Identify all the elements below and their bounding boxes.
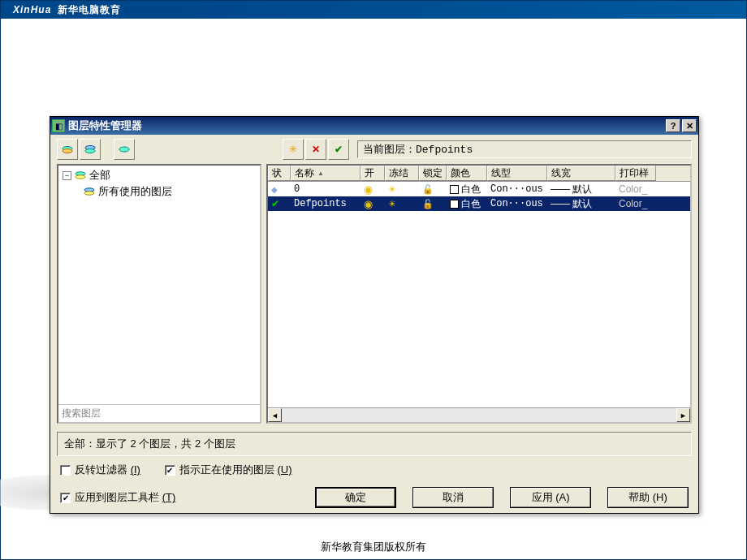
on-toggle[interactable]: ◉: [361, 198, 385, 210]
x-red-icon: ✕: [312, 144, 320, 155]
layers-all-icon: [74, 170, 87, 181]
question-icon: ?: [671, 121, 676, 131]
col-lock[interactable]: 锁定: [419, 166, 447, 181]
col-lineweight[interactable]: 线宽: [547, 166, 615, 181]
tree-collapse-icon[interactable]: −: [63, 171, 71, 180]
tree-child-row[interactable]: 所有使用的图层: [60, 183, 258, 200]
delete-layer-button[interactable]: ✕: [305, 139, 326, 160]
tree-root-row[interactable]: − 全部: [60, 167, 258, 183]
layer-name[interactable]: Defpoints: [291, 198, 361, 209]
dialog-title: 图层特性管理器: [68, 118, 664, 133]
cancel-button[interactable]: 取消: [412, 487, 494, 508]
apply-toolbar-checkbox[interactable]: ✔ 应用到图层工具栏 (T): [60, 490, 175, 505]
apply-button[interactable]: 应用 (A): [510, 487, 591, 508]
layer-states-icon: [118, 144, 131, 155]
options-row-1: 反转过滤器 (I) ✔ 指示正在使用的图层 (U): [50, 458, 698, 482]
triangle-left-icon: ◄: [271, 411, 279, 420]
color-cell[interactable]: 白色: [447, 197, 487, 211]
new-group-filter-button[interactable]: [80, 139, 101, 160]
col-freeze[interactable]: 冻结: [385, 166, 419, 181]
layers-new-icon: [61, 144, 74, 155]
scroll-track[interactable]: [282, 408, 676, 422]
tree-child-label: 所有使用的图层: [98, 184, 172, 199]
filter-tree[interactable]: − 全部 所有使用的图层: [58, 166, 260, 201]
svg-point-8: [84, 192, 94, 195]
dialog-content: − 全部 所有使用的图层 搜索图层: [50, 164, 698, 427]
invert-filter-checkbox[interactable]: 反转过滤器 (I): [60, 463, 140, 477]
lineweight-cell[interactable]: —— 默认: [547, 197, 615, 211]
top-banner: XinHua 新华电脑教育: [1, 1, 746, 19]
checkbox-checked-icon: ✔: [60, 493, 71, 503]
status-line: 全部：显示了 2 个图层，共 2 个图层: [57, 432, 692, 456]
layer-name[interactable]: 0: [291, 183, 361, 195]
col-linetype[interactable]: 线型: [487, 166, 547, 181]
col-plotstyle[interactable]: 打印样: [615, 166, 656, 181]
svg-point-6: [76, 175, 85, 179]
triangle-right-icon: ►: [680, 411, 687, 420]
plotstyle-cell[interactable]: Color_: [615, 198, 656, 209]
layer-states-button[interactable]: [114, 139, 135, 160]
freeze-toggle[interactable]: ☀: [385, 184, 419, 195]
svg-point-4: [119, 147, 129, 152]
new-filter-button[interactable]: [57, 139, 78, 160]
close-button[interactable]: ✕: [682, 119, 697, 132]
ok-button[interactable]: 确定: [315, 487, 396, 508]
lw-line-icon: ——: [551, 183, 572, 195]
bulb-on-icon: ◉: [364, 183, 373, 196]
color-swatch: [450, 185, 459, 194]
dialog-buttons: 确定 取消 应用 (A) 帮助 (H): [315, 487, 689, 508]
indicate-inuse-checkbox[interactable]: ✔ 指示正在使用的图层 (U): [165, 463, 292, 477]
svg-point-1: [63, 149, 72, 153]
check-green-icon: ✔: [335, 144, 343, 155]
sun-new-icon: ✳: [289, 144, 297, 155]
current-layer-display: 当前图层： Defpoints: [357, 140, 692, 158]
page-footer: 新华教育集团版权所有: [1, 540, 746, 554]
sun-icon: ☀: [388, 199, 396, 209]
col-on[interactable]: 开: [361, 166, 385, 181]
set-current-button[interactable]: ✔: [328, 139, 349, 160]
search-layer-input[interactable]: 搜索图层: [58, 404, 260, 422]
help-button[interactable]: 帮助 (H): [607, 487, 689, 508]
layer-row[interactable]: ◆ 0 ◉ ☀ 🔓 白色 Con···ous —— 默认 Color_: [268, 182, 690, 196]
lock-toggle[interactable]: 🔓: [419, 199, 447, 209]
freeze-toggle[interactable]: ☀: [385, 199, 419, 209]
lw-line-icon: ——: [551, 198, 572, 209]
horizontal-scrollbar[interactable]: ◄ ►: [268, 407, 690, 422]
checkbox-icon: [60, 465, 71, 476]
filter-tree-pane: − 全部 所有使用的图层 搜索图层: [57, 164, 261, 424]
scroll-right-button[interactable]: ►: [676, 408, 690, 422]
body-area: ◧ 图层特性管理器 ? ✕ ✳ ✕ ✔ 当前图层： Defpoints: [1, 19, 746, 559]
lock-toggle[interactable]: 🔓: [419, 184, 447, 195]
col-name[interactable]: 名称▲: [291, 166, 361, 181]
linetype-cell[interactable]: Con···ous: [487, 198, 547, 209]
help-button-icon[interactable]: ?: [666, 119, 680, 132]
new-layer-button[interactable]: ✳: [283, 139, 304, 160]
layer-list-header: 状 名称▲ 开 冻结 锁定 颜色 线型 线宽 打印样: [268, 166, 690, 182]
layer-list-pane: 状 名称▲ 开 冻结 锁定 颜色 线型 线宽 打印样 ◆ 0: [266, 164, 692, 424]
plotstyle-cell[interactable]: Color_: [615, 183, 656, 195]
banner-logo: XinHua: [13, 4, 51, 15]
scroll-left-button[interactable]: ◄: [268, 408, 282, 422]
linetype-cell[interactable]: Con···ous: [487, 183, 547, 195]
lineweight-cell[interactable]: —— 默认: [547, 183, 615, 196]
layer-row[interactable]: ✔ Defpoints ◉ ☀ 🔓 白色 Con···ous —— 默认 Col…: [268, 196, 690, 211]
tree-root-label: 全部: [89, 168, 110, 183]
checkbox-checked-icon: ✔: [165, 465, 175, 476]
layers-group-icon: [84, 144, 97, 155]
on-toggle[interactable]: ◉: [361, 183, 385, 196]
dialog-titlebar[interactable]: ◧ 图层特性管理器 ? ✕: [50, 117, 698, 135]
current-layer-label: 当前图层：: [363, 142, 416, 157]
color-cell[interactable]: 白色: [447, 183, 487, 196]
page-root: XinHua 新华电脑教育 ◧ 图层特性管理器 ? ✕ ✳ ✕ ✔ 当前图: [0, 0, 747, 560]
sort-asc-icon: ▲: [317, 170, 324, 177]
layer-list-body[interactable]: ◆ 0 ◉ ☀ 🔓 白色 Con···ous —— 默认 Color_ ✔: [268, 182, 690, 407]
dialog-icon: ◧: [52, 119, 65, 132]
col-status[interactable]: 状: [268, 166, 291, 181]
color-swatch: [450, 200, 459, 209]
close-icon: ✕: [686, 121, 693, 131]
bulb-on-icon: ◉: [364, 198, 373, 210]
layers-used-icon: [83, 186, 96, 197]
status-icon: ✔: [268, 198, 291, 209]
col-color[interactable]: 颜色: [447, 166, 487, 181]
current-layer-value: Defpoints: [416, 144, 473, 156]
